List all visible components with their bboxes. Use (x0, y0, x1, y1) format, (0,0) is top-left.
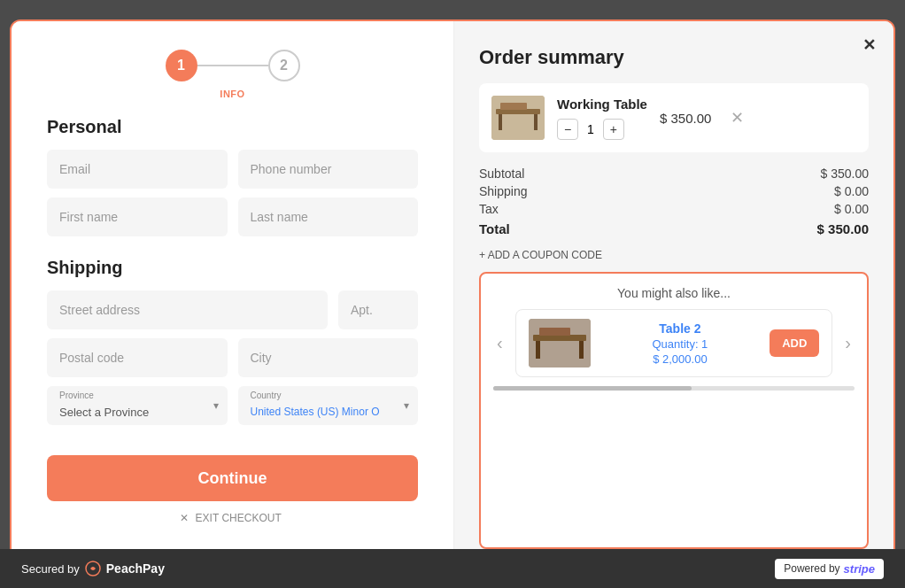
item-info: Working Table − 1 + (557, 97, 647, 140)
email-phone-row (47, 150, 418, 189)
stripe-logo: stripe (844, 562, 875, 576)
exit-icon: ✕ (180, 512, 189, 524)
email-input[interactable] (47, 150, 228, 189)
svg-rect-4 (500, 103, 527, 110)
province-wrapper: Province Select a Province ▾ (47, 386, 228, 425)
city-input[interactable] (238, 338, 419, 377)
item-remove-button[interactable]: ✕ (731, 108, 744, 128)
quantity-control: − 1 + (557, 119, 647, 140)
tax-value: $ 0.00 (834, 202, 869, 216)
item-thumbnail (491, 96, 545, 140)
name-row (47, 197, 418, 236)
exit-checkout-link[interactable]: ✕ EXIT CHECKOUT (47, 512, 418, 524)
powered-by-text: Powered by (784, 562, 839, 575)
upsell-item-thumbnail (529, 319, 591, 368)
coupon-link[interactable]: + ADD A COUPON CODE (479, 249, 869, 261)
stripe-badge: Powered by stripe (775, 559, 884, 579)
postal-input[interactable] (47, 338, 228, 377)
shipping-section-title: Shipping (47, 258, 418, 278)
upsell-item-name: Table 2 (601, 321, 759, 336)
total-label: Total (479, 221, 510, 236)
peachpay-brand: PeachPay (106, 561, 165, 576)
subtotal-label: Subtotal (479, 166, 524, 181)
order-totals: Subtotal $ 350.00 Shipping $ 0.00 Tax $ … (479, 166, 869, 240)
upsell-table-image (529, 319, 591, 368)
upsell-item-qty: Quantity: 1 (601, 337, 759, 351)
order-summary-title: Order summary (479, 46, 869, 69)
item-name: Working Table (557, 97, 647, 112)
province-select[interactable]: Select a Province (47, 386, 228, 425)
close-button[interactable]: ✕ (862, 35, 876, 55)
lastname-input[interactable] (238, 197, 419, 236)
item-price: $ 350.00 (660, 111, 711, 126)
secured-text: Secured by (21, 562, 80, 576)
checkout-modal: 1 2 INFO Personal Shipping (10, 19, 895, 569)
subtotal-row: Subtotal $ 350.00 (479, 166, 869, 181)
apt-input[interactable] (338, 290, 418, 329)
step-line (197, 65, 268, 66)
total-row: Total $ 350.00 (479, 221, 869, 236)
total-value: $ 350.00 (817, 221, 869, 236)
upsell-item-card: Table 2 Quantity: 1 $ 2,000.00 ADD (515, 309, 833, 377)
country-wrapper: Country United States (US) Minor O ▾ (238, 386, 419, 425)
qty-increase-button[interactable]: + (603, 119, 624, 140)
street-row (47, 290, 418, 329)
phone-input[interactable] (238, 150, 419, 189)
working-table-image (491, 96, 545, 140)
left-panel: 1 2 INFO Personal Shipping (12, 21, 454, 567)
upsell-section: You might also like... ‹ (479, 272, 869, 549)
shipping-label: Shipping (479, 184, 528, 198)
step-1-circle: 1 (166, 50, 197, 81)
upsell-add-button[interactable]: ADD (770, 329, 819, 357)
svg-rect-7 (536, 341, 540, 359)
modal-overlay: 1 2 INFO Personal Shipping (0, 0, 905, 588)
shipping-row: Shipping $ 0.00 (479, 184, 869, 198)
firstname-input[interactable] (47, 197, 228, 236)
postal-city-row (47, 338, 418, 377)
peachpay-icon (85, 561, 101, 576)
step-1-label: INFO (47, 89, 418, 99)
continue-button[interactable]: Continue (47, 455, 418, 501)
svg-rect-2 (499, 114, 502, 130)
qty-decrease-button[interactable]: − (557, 119, 578, 140)
carousel-prev-button[interactable]: ‹ (493, 333, 507, 353)
street-input[interactable] (47, 290, 328, 329)
upsell-item-price: $ 2,000.00 (601, 352, 759, 366)
carousel-next-button[interactable]: › (841, 333, 855, 353)
upsell-scrollbar[interactable] (493, 386, 855, 391)
tax-row: Tax $ 0.00 (479, 202, 869, 216)
shipping-value: $ 0.00 (834, 184, 869, 198)
bottom-bar: Secured by PeachPay Powered by stripe (0, 549, 905, 588)
order-item-card: Working Table − 1 + $ 350.00 ✕ (479, 83, 869, 152)
upsell-item-info: Table 2 Quantity: 1 $ 2,000.00 (601, 321, 759, 366)
svg-rect-9 (539, 328, 570, 336)
secured-label: Secured by PeachPay (21, 561, 165, 576)
stepper: 1 2 (47, 50, 418, 81)
qty-value: 1 (587, 122, 594, 136)
step-2-circle: 2 (268, 50, 300, 81)
svg-rect-6 (533, 335, 586, 341)
tax-label: Tax (479, 202, 499, 216)
svg-rect-8 (579, 341, 584, 359)
subtotal-value: $ 350.00 (821, 166, 870, 181)
upsell-title: You might also like... (493, 286, 855, 300)
right-panel: ✕ Order summary Working Table − (454, 21, 893, 567)
upsell-scrollbar-thumb (493, 386, 692, 391)
svg-rect-3 (534, 114, 538, 130)
exit-checkout-label: EXIT CHECKOUT (196, 512, 282, 524)
upsell-carousel: ‹ Table 2 (493, 309, 855, 377)
personal-section-title: Personal (47, 117, 418, 137)
province-country-row: Province Select a Province ▾ Country Uni… (47, 386, 418, 425)
country-select[interactable]: United States (US) Minor O (238, 386, 419, 425)
